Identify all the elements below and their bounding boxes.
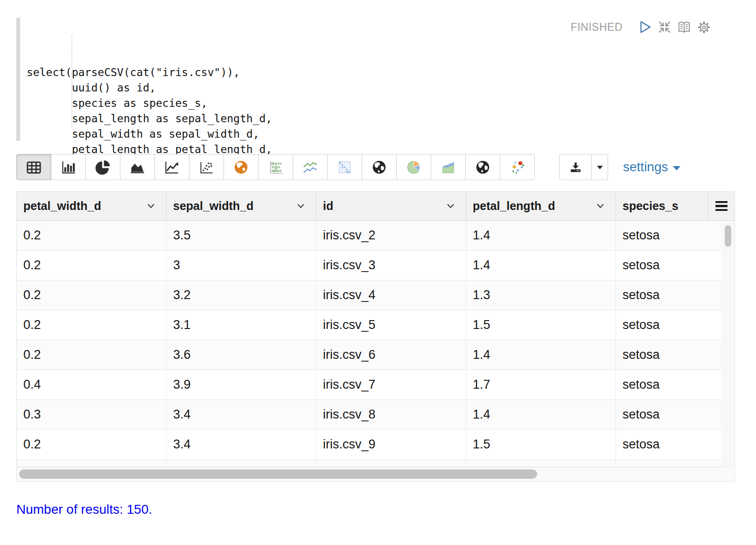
column-header-id[interactable]: id <box>316 192 466 221</box>
chevron-down-icon[interactable] <box>297 203 305 209</box>
download-button[interactable] <box>559 154 592 180</box>
table-cell: setosa <box>616 400 722 430</box>
table-cell <box>17 460 167 467</box>
table-cell: iris.csv_3 <box>316 251 466 280</box>
table-cell: 3.9 <box>167 370 316 400</box>
toolbar-pie-color-button[interactable] <box>396 154 431 180</box>
table-cell: setosa <box>616 430 722 460</box>
code-line: uuid() as id, <box>27 80 530 96</box>
column-header-petal_length_d[interactable]: petal_length_d <box>466 192 616 221</box>
table-header-row: petal_width_dsepal_width_didpetal_length… <box>17 192 735 221</box>
table-cell: 1.7 <box>466 370 616 400</box>
toolbar-multi-line-chart-button[interactable] <box>293 154 328 180</box>
table-cell: 0.2 <box>17 310 167 340</box>
chevron-down-icon[interactable] <box>447 203 455 209</box>
code-lines[interactable]: select(parseCSV(cat("iris.csv")), uuid()… <box>27 15 530 173</box>
code-line: select(parseCSV(cat("iris.csv")), <box>27 65 530 80</box>
table-cell: 1.4 <box>466 251 616 280</box>
table-row: 0.23.6iris.csv_61.4setosa <box>17 340 735 370</box>
column-header-species_s[interactable]: species_s <box>616 192 708 221</box>
table-cell: 3.1 <box>167 310 316 340</box>
table-cell: 0.4 <box>17 370 167 400</box>
table-cell: 0.3 <box>17 400 167 430</box>
table-cell <box>316 460 466 467</box>
toolbar-table-button[interactable] <box>16 154 51 180</box>
code-editor[interactable]: select(parseCSV(cat("iris.csv")), uuid()… <box>16 15 530 173</box>
chevron-down-icon[interactable] <box>147 203 155 209</box>
horizontal-scrollbar[interactable] <box>17 467 735 481</box>
table-row: 0.33.4iris.csv_81.4setosa <box>17 400 735 430</box>
table-row: 0.43.9iris.csv_71.7setosa <box>17 370 735 400</box>
toolbar-bubble-matrix-button[interactable] <box>258 154 293 180</box>
column-header-sepal_width_d[interactable]: sepal_width_d <box>167 192 316 221</box>
results-count-text: Number of results: 150. <box>16 502 152 517</box>
table-cell: 3.2 <box>167 280 316 310</box>
table-cell <box>167 460 316 467</box>
code-line: sepal_width as sepal_width_d, <box>27 126 530 142</box>
toolbar-scatter-color-button[interactable] <box>500 154 535 180</box>
table-row: 0.23.4iris.csv_91.5setosa <box>17 430 735 460</box>
column-header-label: id <box>323 199 333 213</box>
download-split-button <box>559 154 608 180</box>
play-icon[interactable] <box>637 20 652 35</box>
table-cell <box>616 460 722 467</box>
toolbar-globe-orange-button[interactable] <box>224 154 259 180</box>
column-header-label: sepal_width_d <box>173 199 253 213</box>
table-row: 0.23iris.csv_31.4setosa <box>17 251 735 280</box>
download-icon <box>569 161 582 174</box>
table-cell: 0.2 <box>17 280 167 310</box>
line-chart-icon <box>164 159 180 175</box>
paragraph-controls: FINISHED <box>571 20 711 35</box>
indent-guide <box>71 35 72 126</box>
chevron-down-icon[interactable] <box>596 203 604 209</box>
hamburger-icon <box>715 201 728 211</box>
toolbar-globe-dark2-button[interactable] <box>465 154 500 180</box>
table-cell: iris.csv_9 <box>316 430 466 460</box>
status-badge: FINISHED <box>571 21 623 34</box>
toolbar-line-chart-button[interactable] <box>154 154 189 180</box>
settings-caret-icon <box>673 166 680 170</box>
column-header-petal_width_d[interactable]: petal_width_d <box>17 192 167 221</box>
area-chart-icon <box>129 159 146 175</box>
table-cell: 1.5 <box>466 310 616 340</box>
table-cell: 3.6 <box>167 340 316 370</box>
column-header-label: species_s <box>623 199 679 213</box>
table-cell: iris.csv_6 <box>316 340 466 370</box>
table-cell: setosa <box>616 221 722 251</box>
book-icon[interactable] <box>677 20 692 35</box>
table-row: 0.23.1iris.csv_51.5setosa <box>17 310 735 340</box>
compress-icon[interactable] <box>657 20 672 35</box>
table-cell: 0.2 <box>17 430 167 460</box>
area-color-icon <box>440 159 456 175</box>
result-toolbar: settings <box>16 154 740 180</box>
table-icon <box>26 159 42 175</box>
column-header-label: petal_length_d <box>473 199 555 213</box>
table-cell: setosa <box>616 370 722 400</box>
horizontal-scrollbar-thumb[interactable] <box>19 469 537 479</box>
toolbar-scatter-chart-button[interactable] <box>189 154 224 180</box>
toolbar-bar-chart-button[interactable] <box>51 154 86 180</box>
code-line: species as species_s, <box>27 96 530 111</box>
scatter-chart-icon <box>198 159 215 175</box>
toolbar-grid-matrix-button[interactable] <box>327 154 362 180</box>
download-dropdown-button[interactable] <box>592 154 608 180</box>
gear-icon[interactable] <box>696 20 711 35</box>
table-cell: 1.5 <box>466 430 616 460</box>
settings-link[interactable]: settings <box>623 154 680 180</box>
vertical-scrollbar[interactable] <box>721 221 735 467</box>
table-row-partial <box>17 460 735 467</box>
toolbar-globe-dark-button[interactable] <box>362 154 397 180</box>
code-line: sepal_length as sepal_length_d, <box>27 111 530 126</box>
toolbar-area-color-button[interactable] <box>431 154 466 180</box>
table-cell: iris.csv_4 <box>316 280 466 310</box>
editor-gutter-bar <box>16 18 20 141</box>
table-cell: iris.csv_5 <box>316 310 466 340</box>
toolbar-area-chart-button[interactable] <box>120 154 155 180</box>
vertical-scrollbar-thumb[interactable] <box>725 225 731 247</box>
column-menu-button[interactable] <box>708 192 735 221</box>
table-cell: 0.2 <box>17 221 167 251</box>
table-cell: 1.4 <box>466 400 616 430</box>
toolbar-pie-chart-button[interactable] <box>85 154 120 180</box>
header-cells: petal_width_dsepal_width_didpetal_length… <box>17 192 708 221</box>
table-cell <box>466 460 616 467</box>
